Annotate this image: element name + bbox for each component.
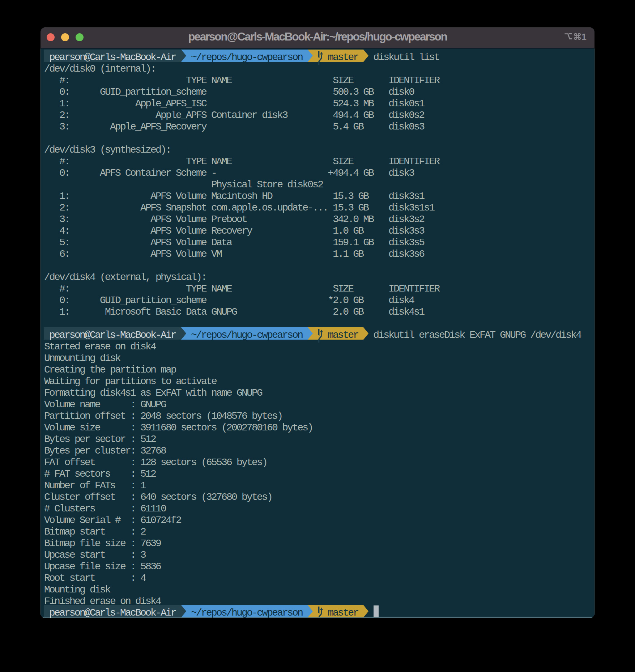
svg-text:1: 1 <box>581 32 587 42</box>
